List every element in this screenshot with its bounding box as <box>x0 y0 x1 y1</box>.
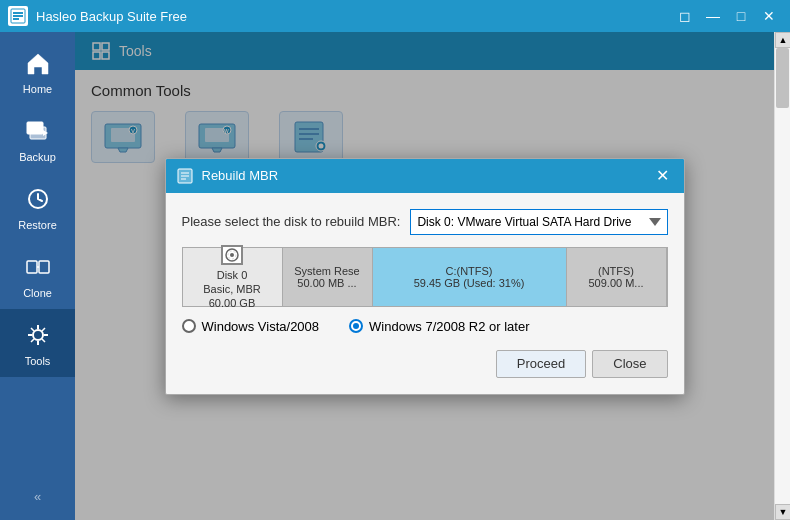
home-icon <box>22 47 54 79</box>
svg-rect-3 <box>13 18 19 20</box>
content-area: Tools Common Tools V <box>75 32 774 520</box>
rebuild-mbr-dialog: Rebuild MBR ✕ Please select the disk to … <box>165 158 685 395</box>
partition-label-2: (NTFS) <box>598 265 634 277</box>
scroll-up-button[interactable]: ▲ <box>775 32 790 48</box>
modal-title: Rebuild MBR <box>202 168 644 183</box>
svg-rect-7 <box>27 261 37 273</box>
disk-info-icon <box>221 245 243 265</box>
modal-body: Please select the disk to rebuild MBR: D… <box>166 193 684 394</box>
sidebar-label-restore: Restore <box>18 219 57 231</box>
partition-sublabel-0: 50.00 MB ... <box>297 277 356 289</box>
restore-button[interactable]: ◻ <box>672 5 698 27</box>
partition-label-0: System Rese <box>294 265 359 277</box>
svg-rect-1 <box>13 12 23 14</box>
sidebar: Home Backup Restore <box>0 32 75 520</box>
radio-circle-win7 <box>349 319 363 333</box>
sidebar-label-home: Home <box>23 83 52 95</box>
modal-overlay: Rebuild MBR ✕ Please select the disk to … <box>75 32 774 520</box>
proceed-button[interactable]: Proceed <box>496 350 586 378</box>
title-bar: Hasleo Backup Suite Free ◻ — □ ✕ <box>0 0 790 32</box>
sidebar-item-home[interactable]: Home <box>0 37 75 105</box>
radio-label-vista: Windows Vista/2008 <box>202 319 320 334</box>
sidebar-label-tools: Tools <box>25 355 51 367</box>
partition-c-drive: C:(NTFS) 59.45 GB (Used: 31%) <box>373 248 567 306</box>
sidebar-item-backup[interactable]: Backup <box>0 105 75 173</box>
radio-win7[interactable]: Windows 7/2008 R2 or later <box>349 319 529 334</box>
partition-sublabel-2: 509.00 M... <box>588 277 643 289</box>
restore-icon <box>22 183 54 215</box>
disk-type: Basic, MBR <box>203 283 260 295</box>
backup-icon <box>22 115 54 147</box>
partition-label-1: C:(NTFS) <box>445 265 492 277</box>
modal-icon <box>176 167 194 185</box>
disk-partition-container: Disk 0 Basic, MBR 60.00 GB System Rese 5… <box>182 247 668 307</box>
svg-point-30 <box>230 253 234 257</box>
minimize-button[interactable]: — <box>700 5 726 27</box>
main-layout: Home Backup Restore <box>0 32 790 520</box>
close-dialog-button[interactable]: Close <box>592 350 667 378</box>
sidebar-collapse[interactable]: « <box>0 481 75 512</box>
modal-titlebar: Rebuild MBR ✕ <box>166 159 684 193</box>
radio-dot-win7 <box>353 323 359 329</box>
radio-vista[interactable]: Windows Vista/2008 <box>182 319 320 334</box>
modal-close-button[interactable]: ✕ <box>652 165 674 187</box>
radio-row: Windows Vista/2008 Windows 7/2008 R2 or … <box>182 319 668 334</box>
app-icon <box>8 6 28 26</box>
tools-icon <box>22 319 54 351</box>
sidebar-item-clone[interactable]: Clone <box>0 241 75 309</box>
scrollbar: ▲ ▼ <box>774 32 790 520</box>
button-row: Proceed Close <box>182 350 668 378</box>
scroll-down-button[interactable]: ▼ <box>775 504 790 520</box>
disk-name: Disk 0 <box>217 269 248 281</box>
maximize-button[interactable]: □ <box>728 5 754 27</box>
disk-selector-row: Please select the disk to rebuild MBR: D… <box>182 209 668 235</box>
partition-last: (NTFS) 509.00 M... <box>567 248 667 306</box>
partition-sublabel-1: 59.45 GB (Used: 31%) <box>414 277 525 289</box>
disk-size: 60.00 GB <box>209 297 255 309</box>
disk-selector-label: Please select the disk to rebuild MBR: <box>182 214 401 229</box>
partition-system-reserved: System Rese 50.00 MB ... <box>283 248 373 306</box>
radio-label-win7: Windows 7/2008 R2 or later <box>369 319 529 334</box>
scrollbar-track <box>775 48 790 504</box>
disk-selector[interactable]: Disk 0: VMware Virtual SATA Hard Drive <box>410 209 667 235</box>
app-title: Hasleo Backup Suite Free <box>36 9 664 24</box>
disk-info-box: Disk 0 Basic, MBR 60.00 GB <box>183 248 283 306</box>
clone-icon <box>22 251 54 283</box>
svg-rect-8 <box>39 261 49 273</box>
disk-partitions: System Rese 50.00 MB ... C:(NTFS) 59.45 … <box>283 248 667 306</box>
sidebar-label-backup: Backup <box>19 151 56 163</box>
close-button[interactable]: ✕ <box>756 5 782 27</box>
svg-rect-2 <box>13 15 23 17</box>
sidebar-label-clone: Clone <box>23 287 52 299</box>
sidebar-item-restore[interactable]: Restore <box>0 173 75 241</box>
sidebar-item-tools[interactable]: Tools <box>0 309 75 377</box>
radio-circle-vista <box>182 319 196 333</box>
scrollbar-thumb[interactable] <box>776 48 789 108</box>
svg-point-9 <box>33 330 43 340</box>
window-controls: ◻ — □ ✕ <box>672 5 782 27</box>
